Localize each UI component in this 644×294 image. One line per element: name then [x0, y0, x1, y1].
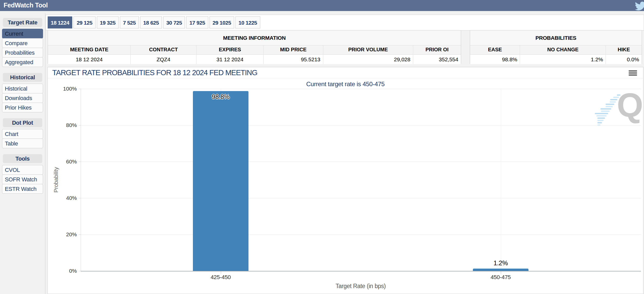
- meeting-col-header-prior-oi: PRIOR OI: [413, 45, 461, 54]
- ytick-label-80: 80%: [54, 122, 77, 128]
- ytick-label-100: 100%: [54, 86, 77, 92]
- quikstrike-watermark: Q: [570, 93, 642, 129]
- sidebar-section-gap: [2, 67, 43, 73]
- sidebar-item-sofr-watch[interactable]: SOFR Watch: [2, 174, 43, 184]
- meeting-info-value-row: 18 12 2024ZQZ431 12 202495.521329,028352…: [48, 55, 461, 64]
- sidebar-item-aggregated[interactable]: Aggregated: [2, 57, 43, 67]
- tab-18-1224[interactable]: 18 1224: [48, 16, 72, 28]
- watermark-dash: [595, 113, 608, 114]
- probabilities-title: PROBABILITIES: [470, 31, 642, 45]
- bar-label-450-475: 1.2%: [462, 259, 539, 267]
- meeting-value-prior-oi: 352,554: [413, 55, 461, 64]
- sidebar-item-probabilities[interactable]: Probabilities: [2, 48, 43, 57]
- ytick-20: [79, 234, 81, 235]
- chart-plot-region: Q Current target rate is 450-475 0%20%40…: [48, 78, 643, 294]
- gridline-y-100: [81, 89, 641, 89]
- prob-col-header-hike: HIKE: [606, 45, 642, 54]
- chart-title: TARGET RATE PROBABILITIES FOR 18 12 2024…: [52, 67, 257, 78]
- tab-29-125[interactable]: 29 125: [74, 16, 95, 28]
- sidebar-item-table[interactable]: Table: [2, 139, 43, 148]
- gridline-y-40: [81, 198, 641, 198]
- meeting-value-contract: ZQZ4: [130, 55, 196, 64]
- watermark-dash: [600, 108, 611, 110]
- tab-29-1025[interactable]: 29 1025: [210, 16, 234, 28]
- bar-425-450[interactable]: [193, 91, 248, 271]
- prob-col-header-ease: EASE: [470, 45, 520, 54]
- chart-header: TARGET RATE PROBABILITIES FOR 18 12 2024…: [48, 67, 643, 78]
- watermark-dash: [610, 101, 616, 103]
- xtick-label-450-475: 450-475: [470, 274, 532, 281]
- sidebar-section-header-historical: Historical: [3, 73, 42, 82]
- sidebar-item-estr-watch[interactable]: ESTR Watch: [2, 184, 43, 194]
- probabilities-panel: PROBABILITIES EASENO CHANGEHIKE 98.8%1.2…: [470, 30, 642, 64]
- tab-7-525[interactable]: 7 525: [120, 16, 139, 28]
- tab-18-625[interactable]: 18 625: [140, 16, 162, 28]
- xtick-425-450: [221, 271, 221, 274]
- x-axis-title: Target Rate (in bps): [297, 283, 425, 290]
- sidebar: Target RateCurrentCompareProbabilitiesAg…: [2, 18, 43, 194]
- meeting-col-header-mid-price: MID PRICE: [263, 45, 323, 54]
- watermark-q-letter: Q: [617, 88, 643, 122]
- meeting-value-expires: 31 12 2024: [196, 55, 264, 64]
- xtick-450-475: [501, 271, 501, 274]
- watermark-dash: [596, 115, 607, 116]
- bar-450-475[interactable]: [473, 269, 528, 271]
- watermark-dash: [617, 94, 620, 96]
- watermark-dash: [597, 120, 604, 121]
- chart-subtitle: Current target rate is 450-475: [48, 81, 643, 88]
- meeting-col-header-expires: EXPIRES: [196, 45, 264, 54]
- xtick-label-425-450: 425-450: [190, 274, 252, 281]
- watermark-dash: [597, 117, 605, 119]
- meeting-info-panel: MEETING INFORMATION MEETING DATECONTRACT…: [48, 30, 461, 64]
- chart-menu-button[interactable]: [629, 70, 637, 76]
- ytick-80: [79, 125, 81, 125]
- sidebar-item-historical[interactable]: Historical: [2, 84, 43, 93]
- y-axis-title: Probability: [53, 152, 59, 208]
- fedwatch-page: FedWatch Tool Target RateCurrentCompareP…: [0, 0, 644, 294]
- sidebar-item-downloads[interactable]: Downloads: [2, 93, 43, 103]
- probabilities-value-row: 98.8%1.2%0.0%: [470, 55, 642, 64]
- bar-label-425-450: 98.8%: [182, 93, 259, 101]
- sidebar-item-cvol[interactable]: CVOL: [2, 165, 43, 175]
- meeting-value-meeting-date: 18 12 2024: [48, 55, 130, 64]
- watermark-dash: [606, 106, 613, 107]
- watermark-dash: [601, 111, 610, 112]
- content-divider: [45, 13, 45, 294]
- tab-17-925[interactable]: 17 925: [186, 16, 208, 28]
- probabilities-header-row: EASENO CHANGEHIKE: [470, 45, 642, 55]
- sidebar-item-compare[interactable]: Compare: [2, 38, 43, 48]
- gridline-x-450-475: [501, 89, 501, 271]
- meeting-value-prior-volume: 29,028: [323, 55, 413, 64]
- sidebar-item-current[interactable]: Current: [2, 29, 43, 38]
- watermark-dash: [610, 99, 617, 100]
- meeting-info-header-row: MEETING DATECONTRACTEXPIRESMID PRICEPRIO…: [48, 45, 461, 55]
- meeting-info-title: MEETING INFORMATION: [48, 31, 461, 45]
- meeting-date-tabbar: 18 122429 12519 3257 52518 62530 72517 9…: [46, 15, 644, 31]
- tab-30-725[interactable]: 30 725: [163, 16, 185, 28]
- quikstrike-bird-icon: [634, 1, 644, 11]
- app-title: FedWatch Tool: [4, 2, 48, 9]
- ytick-40: [79, 198, 81, 198]
- meeting-col-header-contract: CONTRACT: [130, 45, 196, 54]
- ytick-label-0: 0%: [54, 268, 77, 274]
- sidebar-section-gap: [2, 148, 43, 154]
- sidebar-section-gap: [2, 112, 43, 118]
- prob-col-header-no-change: NO CHANGE: [520, 45, 606, 54]
- sidebar-item-prior-hikes[interactable]: Prior Hikes: [2, 103, 43, 112]
- sidebar-section-header-tools: Tools: [3, 154, 42, 163]
- watermark-dash: [606, 104, 614, 105]
- sidebar-section-header-dot-plot: Dot Plot: [3, 118, 42, 127]
- ytick-label-20: 20%: [54, 231, 77, 238]
- sidebar-item-chart[interactable]: Chart: [2, 129, 43, 139]
- tab-19-325[interactable]: 19 325: [97, 16, 119, 28]
- meeting-col-header-prior-volume: PRIOR VOLUME: [323, 45, 413, 54]
- tab-10-1225[interactable]: 10 1225: [235, 16, 260, 28]
- ytick-60: [79, 162, 81, 162]
- gridline-y-60: [81, 162, 641, 162]
- prob-value-no-change: 1.2%: [520, 55, 606, 64]
- app-header: FedWatch Tool: [0, 0, 644, 11]
- y-axis-line: [81, 89, 81, 271]
- ytick-100: [79, 89, 81, 89]
- prob-value-ease: 98.8%: [470, 55, 520, 64]
- meeting-value-mid-price: 95.5213: [263, 55, 323, 64]
